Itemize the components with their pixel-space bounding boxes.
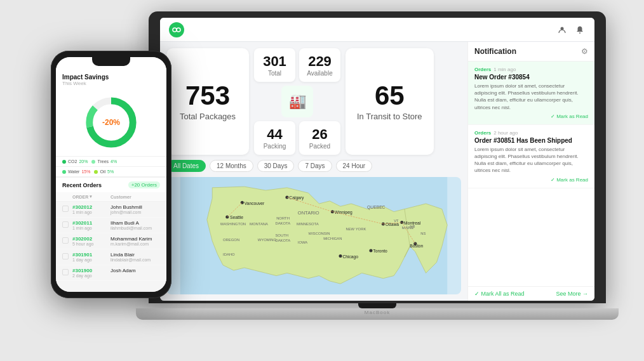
- water-pct: 15%: [81, 169, 90, 174]
- trees-label: Trees: [97, 159, 109, 164]
- customer-name: Josh Adam: [111, 268, 166, 273]
- order-id[interactable]: #302011: [72, 220, 111, 226]
- laptop: 753 Total Packages 301 Total: [149, 11, 606, 341]
- customer-col: Ilham Budi A ilahmbudi@mail.com: [111, 220, 166, 230]
- svg-text:ONTARIO: ONTARIO: [298, 210, 319, 216]
- order-check[interactable]: [62, 269, 69, 275]
- packing-card: 44 Packing: [254, 121, 295, 155]
- oil-pct: 5%: [107, 169, 114, 174]
- filter-7-days[interactable]: 7 Days: [298, 160, 332, 172]
- notif-time-1: 1 min ago: [493, 67, 516, 72]
- order-time: 1 min ago: [72, 210, 111, 214]
- laptop-body: 753 Total Packages 301 Total: [149, 11, 606, 303]
- order-check[interactable]: [62, 237, 69, 244]
- order-id-col: #301900 2 day ago: [72, 268, 111, 278]
- user-icon[interactable]: [556, 24, 568, 36]
- order-id-col: #302011 1 min ago: [72, 220, 111, 230]
- mark-all-read-link[interactable]: ✓ Mark All as Read: [474, 291, 525, 297]
- svg-point-37: [339, 254, 342, 258]
- app-header: [160, 18, 594, 42]
- svg-text:WASHINGTON: WASHINGTON: [220, 222, 246, 226]
- legend-co2: CO2 20%: [62, 159, 88, 164]
- svg-text:Chicago: Chicago: [342, 254, 358, 259]
- svg-text:Vancouver: Vancouver: [245, 201, 265, 206]
- legend-trees: Trees 4%: [91, 159, 117, 164]
- notif-subject-1: New Order #30854: [474, 74, 588, 81]
- order-check[interactable]: [62, 206, 69, 212]
- impact-savings-title: Impact Savings: [62, 74, 160, 81]
- phone-notch: [92, 57, 130, 66]
- available-card: 229 Available: [299, 48, 340, 82]
- svg-text:Boston: Boston: [410, 244, 423, 248]
- available-label: Available: [307, 70, 332, 77]
- order-id-col: #302012 1 min ago: [72, 204, 111, 214]
- app-logo: [169, 22, 184, 37]
- customer-name: Linda Blair: [111, 252, 166, 258]
- trees-pct: 4%: [111, 159, 117, 164]
- svg-text:Toronto: Toronto: [373, 249, 387, 253]
- order-check[interactable]: [62, 221, 69, 228]
- customer-email: m.karim@mail.com: [111, 242, 166, 246]
- orders-list: #302012 1 min ago John Bushmill john@mai…: [56, 202, 166, 292]
- app-content: 753 Total Packages 301 Total: [160, 42, 594, 301]
- filter-all-dates[interactable]: All Dates: [166, 160, 206, 172]
- settings-icon[interactable]: ⚙: [581, 47, 588, 56]
- notif-read-1[interactable]: ✓ Mark as Read: [474, 114, 588, 119]
- warehouse-icon-wrap: 🏭: [281, 86, 313, 117]
- svg-text:WISCONSIN: WISCONSIN: [309, 232, 330, 235]
- order-id[interactable]: #302012: [72, 204, 111, 210]
- total-value: 301: [263, 53, 286, 70]
- total-packages-value: 753: [185, 82, 230, 109]
- notification-panel: Notification ⚙ Orders 1 min ago New Orde…: [467, 42, 594, 301]
- notif-body-1: Lorem ipsum dolor sit amet, consectetur …: [474, 82, 588, 111]
- notification-item-2: Orders 2 hour ago Order #30851 Has Been …: [468, 125, 594, 188]
- order-time: 2 day ago: [72, 273, 111, 278]
- svg-text:MICHIGAN: MICHIGAN: [323, 237, 342, 240]
- svg-text:MONTANA: MONTANA: [250, 222, 268, 226]
- in-transit-label: In Transit to Store: [357, 112, 422, 121]
- packed-card: 26 Packed: [299, 121, 340, 155]
- bell-icon[interactable]: [574, 24, 586, 36]
- filter-30-days[interactable]: 30 Days: [257, 160, 295, 172]
- customer-name: Mohammad Karim: [111, 236, 166, 242]
- see-more-link[interactable]: See More →: [556, 291, 588, 297]
- order-id-col: #302002 5 hour ago: [72, 236, 111, 246]
- notif-meta-2: Orders 2 hour ago: [474, 130, 588, 136]
- customer-email: lindablair@mail.com: [111, 258, 166, 262]
- order-id[interactable]: #302002: [72, 236, 111, 242]
- order-id[interactable]: #301901: [72, 252, 111, 258]
- svg-text:Montreal: Montreal: [404, 221, 421, 225]
- customer-col: John Bushmill john@mail.com: [111, 204, 166, 214]
- notification-header: Notification ⚙: [468, 42, 594, 62]
- order-check[interactable]: [62, 253, 69, 259]
- order-id[interactable]: #301900: [72, 268, 111, 273]
- notif-subject-2: Order #30851 Has Been Shipped: [474, 137, 588, 144]
- phone: Impact Savings This Week -: [51, 51, 171, 298]
- customer-email: john@mail.com: [111, 210, 166, 214]
- filter-12-months[interactable]: 12 Months: [210, 160, 253, 172]
- total-packages-label: Total Packages: [180, 112, 236, 121]
- orders-badge[interactable]: +20 Orders: [128, 181, 160, 188]
- svg-text:Calgary: Calgary: [289, 195, 304, 200]
- svg-point-39: [369, 249, 372, 253]
- order-row: #301901 1 day ago Linda Blair lindablair…: [56, 249, 166, 265]
- phone-content: Impact Savings This Week -: [56, 70, 166, 292]
- customer-name: Ilham Budi A: [111, 220, 166, 226]
- packing-value: 44: [267, 126, 282, 143]
- filter-24-hour[interactable]: 24 Hour: [336, 160, 373, 172]
- svg-text:NEW YORK: NEW YORK: [345, 227, 366, 231]
- col-customer: Customer: [111, 194, 166, 199]
- legend-row: CO2 20% Trees 4%: [56, 156, 166, 166]
- co2-label: CO2: [68, 159, 77, 164]
- donut-chart-area: -20%: [56, 89, 166, 156]
- svg-text:DAKOTA: DAKOTA: [275, 221, 290, 225]
- notif-read-2[interactable]: ✓ Mark as Read: [474, 177, 588, 183]
- order-row: #301900 2 day ago Josh Adam: [56, 265, 166, 281]
- header-icons: [556, 24, 586, 36]
- svg-text:MAINE: MAINE: [402, 226, 414, 230]
- packed-label: Packed: [309, 143, 330, 150]
- order-time: 1 min ago: [72, 226, 111, 230]
- notification-item: Orders 1 min ago New Order #30854 Lorem …: [468, 62, 594, 125]
- svg-text:Seattle: Seattle: [230, 215, 243, 220]
- svg-text:DAKOTA: DAKOTA: [275, 239, 290, 242]
